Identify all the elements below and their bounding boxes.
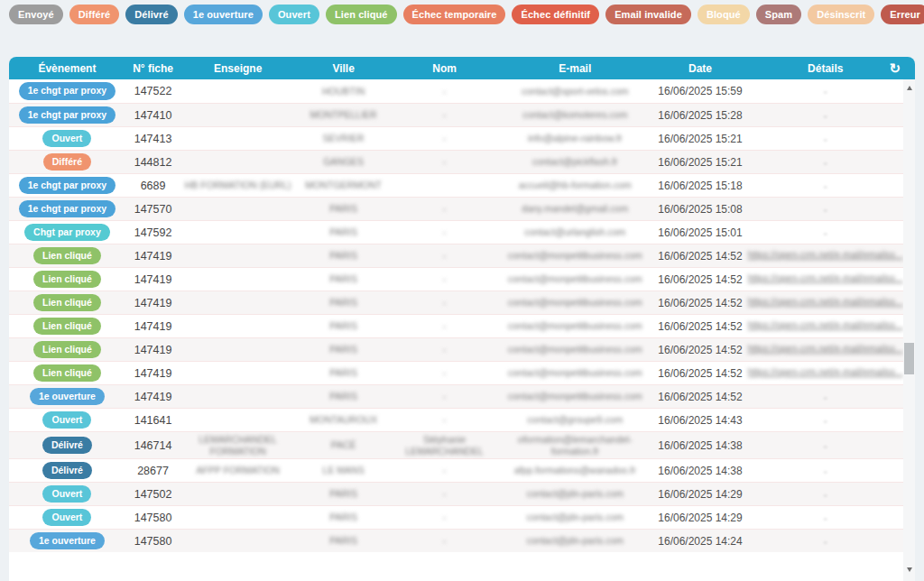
event-cell: Lien cliqué: [9, 341, 125, 359]
filter-pill[interactable]: Délivré: [125, 5, 177, 24]
table-row: Lien cliqué147419PARIS-contact@monpetitb…: [9, 290, 903, 314]
details-cell: -: [748, 512, 903, 524]
details-cell: https://open-crm.net/e-mail/emailss...: [748, 272, 903, 286]
ville-cell: PARIS: [295, 342, 392, 357]
details-cell: -: [748, 488, 903, 501]
enseigne-cell: [180, 254, 295, 258]
table-row: Lien cliqué147419PARIS-contact@monpetitb…: [9, 337, 903, 361]
filter-pill[interactable]: Bloqué: [698, 5, 750, 24]
enseigne-cell: [180, 395, 295, 399]
details-dash: -: [821, 155, 830, 170]
details-cell: -: [748, 391, 903, 403]
event-badge: Délivré: [42, 462, 92, 480]
table-row: Différé144812GANGES-contact@pickflash.fr…: [9, 150, 903, 173]
event-cell: Lien cliqué: [9, 294, 125, 312]
event-cell: Délivré: [9, 437, 125, 455]
date-cell: 16/06/2025 15:28: [652, 109, 747, 122]
details-cell: -: [748, 439, 903, 452]
details-dash: -: [821, 413, 830, 428]
scrollbar-up-icon: [907, 86, 912, 90]
fiche-cell: 147592: [125, 226, 180, 239]
filter-pill[interactable]: Email invalide: [605, 5, 691, 24]
details-cell: -: [748, 156, 903, 169]
date-cell: 16/06/2025 15:21: [652, 156, 747, 169]
details-link[interactable]: https://open-crm.net/e-mail/emailss...: [748, 319, 903, 330]
fiche-cell: 147413: [125, 133, 180, 145]
details-dash: -: [821, 132, 830, 146]
filter-pill[interactable]: Erreur: [881, 5, 924, 24]
enseigne-cell: [180, 325, 295, 328]
event-cell: 1e chgt par proxy: [9, 106, 125, 124]
enseigne-cell: [180, 208, 295, 211]
date-cell: 16/06/2025 14:38: [652, 465, 747, 477]
column-header: Détails: [748, 62, 903, 75]
enseigne-cell: [180, 372, 295, 375]
details-link[interactable]: https://open-crm.net/e-mail/emailss...: [748, 249, 903, 260]
vertical-scrollbar[interactable]: [903, 79, 915, 581]
ville-cell: PARIS: [295, 248, 392, 263]
details-link[interactable]: https://open-crm.net/e-mail/emailss...: [748, 366, 903, 377]
nom-cell: -: [392, 365, 497, 381]
email-cell: contact@komoteres.com: [497, 107, 652, 123]
scrollbar-up-button[interactable]: [903, 81, 915, 94]
email-cell: contact@monpetitbusiness.com: [497, 365, 652, 381]
details-cell: https://open-crm.net/e-mail/emailss...: [748, 319, 903, 333]
filter-pill[interactable]: Différé: [69, 5, 120, 24]
column-header: Nom: [392, 62, 497, 75]
date-cell: 16/06/2025 14:52: [652, 344, 747, 356]
enseigne-cell: [180, 348, 295, 352]
filter-pill[interactable]: Échec temporaire: [403, 5, 506, 24]
date-cell: 16/06/2025 14:52: [652, 250, 747, 263]
filter-pill[interactable]: 1e ouverture: [184, 5, 263, 24]
fiche-cell: 147419: [125, 273, 180, 286]
filter-pill[interactable]: Échec définitif: [512, 5, 599, 24]
details-dash: -: [821, 487, 830, 502]
table-row: Ouvert141641MONTAUROUX-contact@groupe9.c…: [9, 408, 903, 431]
filter-pill[interactable]: Désinscrit: [808, 5, 874, 24]
event-badge: 1e ouverture: [30, 388, 105, 406]
enseigne-cell: [180, 419, 295, 422]
enseigne-cell: [180, 114, 295, 117]
date-cell: 16/06/2025 14:52: [652, 391, 747, 403]
filter-pill[interactable]: Spam: [756, 5, 801, 24]
column-header: Évènement: [9, 62, 125, 75]
event-cell: 1e ouverture: [9, 388, 125, 406]
event-badge: Lien cliqué: [33, 247, 101, 265]
refresh-icon[interactable]: ↻: [889, 57, 901, 79]
event-badge: 1e chgt par proxy: [19, 106, 116, 124]
scrollbar-down-button[interactable]: [903, 563, 915, 576]
nom-cell: -: [392, 84, 497, 99]
date-cell: 16/06/2025 14:38: [652, 439, 747, 452]
fiche-cell: 28677: [125, 465, 180, 477]
details-cell: -: [748, 109, 903, 122]
details-dash: -: [821, 511, 830, 525]
fiche-cell: 147419: [125, 344, 180, 356]
table-row: Chgt par proxy147592PARIS-contact@urlang…: [9, 220, 903, 244]
fiche-cell: 147580: [125, 535, 180, 548]
date-cell: 16/06/2025 14:52: [652, 367, 747, 380]
details-link[interactable]: https://open-crm.net/e-mail/emailss...: [748, 272, 903, 283]
nom-cell: -: [392, 154, 497, 170]
nom-cell: Stéphanie LEMARCHANDEL: [392, 432, 497, 458]
fiche-cell: 147502: [125, 488, 180, 501]
email-cell: contact@monpetitbusiness.com: [497, 248, 652, 263]
details-link[interactable]: https://open-crm.net/e-mail/emailss...: [748, 296, 903, 307]
event-badge: Ouvert: [42, 130, 91, 148]
table-row: 1e ouverture147580PARIS-contact@jdn-pari…: [9, 529, 903, 552]
email-cell: dany.mandel@gmail.com: [497, 201, 652, 217]
email-cell: oformation@lemarchandel-formation.fr: [497, 432, 652, 458]
filter-pill[interactable]: Envoyé: [9, 5, 63, 24]
details-dash: -: [821, 390, 830, 404]
table-header-columns: ÉvènementN° ficheEnseigneVilleNomE-mailD…: [9, 62, 903, 75]
email-cell: contact@monpetitbusiness.com: [497, 272, 652, 287]
email-cell: contact@pickflash.fr: [497, 154, 652, 170]
scrollbar-down-icon: [907, 567, 912, 572]
filter-pill[interactable]: Ouvert: [269, 5, 319, 24]
filter-pill[interactable]: Lien cliqué: [326, 5, 397, 24]
table-row: Lien cliqué147419PARIS-contact@monpetitb…: [9, 267, 903, 290]
details-link[interactable]: https://open-crm.net/e-mail/emailss...: [748, 343, 903, 354]
table-row: 1e ouverture147419PARIS-contact@monpetit…: [9, 384, 903, 408]
scrollbar-thumb[interactable]: [904, 343, 914, 374]
table-row: Délivré28677AFPP FORMATIONLE MANS-afpp.f…: [9, 458, 903, 482]
email-cell: contact@monpetitbusiness.com: [497, 342, 652, 357]
